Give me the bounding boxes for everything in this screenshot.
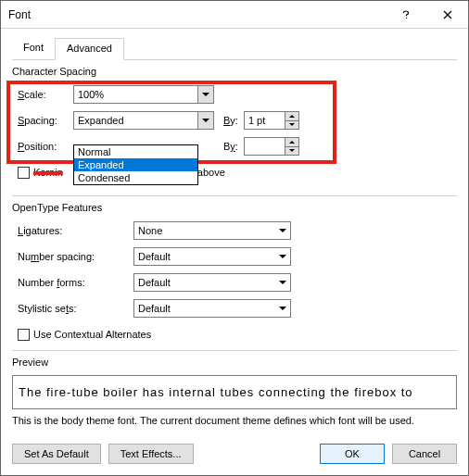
contextual-alternates-label: Use Contextual Alternates <box>33 329 151 340</box>
spacing-label: Spacing: <box>18 115 73 126</box>
ligatures-label: Ligatures: <box>18 225 133 236</box>
spacing-by-spinner[interactable]: 1 pt <box>244 111 299 130</box>
ok-button[interactable]: OK <box>320 444 385 464</box>
contextual-alternates-checkbox[interactable] <box>18 329 30 341</box>
window-title: Font <box>8 8 385 21</box>
tab-bar: Font Advanced <box>12 38 457 60</box>
number-spacing-select[interactable]: Default <box>133 247 291 266</box>
chevron-down-icon <box>197 86 213 103</box>
character-spacing-title: Character Spacing <box>12 66 457 77</box>
spacing-option-condensed[interactable]: Condensed <box>74 171 197 184</box>
spacing-select[interactable]: Expanded <box>73 111 214 130</box>
stylistic-sets-label: Stylistic sets: <box>18 303 133 314</box>
scale-label: Scale: <box>18 89 73 100</box>
spacing-option-normal[interactable]: Normal <box>74 145 197 158</box>
number-forms-label: Number forms: <box>18 277 133 288</box>
spacing-option-expanded[interactable]: Expanded <box>74 158 197 171</box>
close-icon <box>443 10 452 19</box>
chevron-down-icon <box>197 112 213 129</box>
chevron-down-icon <box>274 300 290 317</box>
scale-select[interactable]: 100% <box>73 85 214 104</box>
chevron-down-icon <box>274 274 290 291</box>
chevron-down-icon <box>274 222 290 239</box>
position-by-label: By: <box>223 141 238 152</box>
position-by-spinner[interactable] <box>244 137 299 156</box>
opentype-title: OpenType Features <box>12 202 457 213</box>
number-spacing-label: Number spacing: <box>18 251 133 262</box>
help-icon <box>401 10 411 19</box>
spinner-up-icon[interactable] <box>285 138 298 147</box>
stylistic-sets-select[interactable]: Default <box>133 299 291 318</box>
number-forms-select[interactable]: Default <box>133 273 291 292</box>
preview-hint: This is the body theme font. The current… <box>12 415 457 426</box>
preview-title: Preview <box>12 357 457 368</box>
spinner-down-icon[interactable] <box>285 147 298 156</box>
tab-advanced[interactable]: Advanced <box>55 38 124 60</box>
kerning-label: Kernin <box>33 167 63 178</box>
help-button[interactable] <box>385 1 426 29</box>
ligatures-select[interactable]: None <box>133 221 291 240</box>
spacing-by-label: By: <box>223 115 238 126</box>
spacing-dropdown-list[interactable]: Normal Expanded Condensed <box>73 144 198 185</box>
position-label: Position: <box>18 141 73 152</box>
chevron-down-icon <box>274 248 290 265</box>
set-as-default-button[interactable]: Set As Default <box>12 444 101 464</box>
close-button[interactable] <box>426 1 468 29</box>
spinner-down-icon[interactable] <box>285 121 298 130</box>
text-effects-button[interactable]: Text Effects... <box>108 444 194 464</box>
tab-font[interactable]: Font <box>12 38 55 60</box>
kerning-checkbox[interactable] <box>18 167 30 179</box>
preview-box: The fire-tube boiler has internal tubes … <box>12 375 457 409</box>
cancel-button[interactable]: Cancel <box>392 444 457 464</box>
spinner-up-icon[interactable] <box>285 112 298 121</box>
